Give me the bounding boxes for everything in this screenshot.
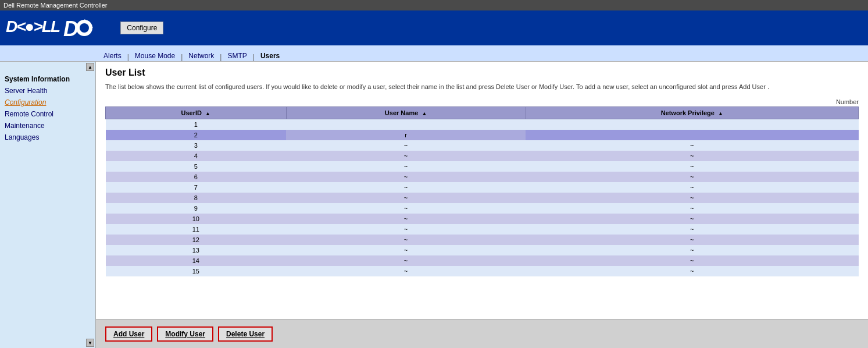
cell-username: ~	[286, 161, 526, 172]
cell-privilege	[526, 119, 858, 130]
modify-user-button[interactable]: Modify User	[157, 326, 213, 342]
table-row[interactable]: 12~~	[106, 235, 859, 245]
tab-mouse-mode[interactable]: Mouse Mode	[130, 51, 180, 61]
sidebar: ▲ System Information Server Health Confi…	[0, 62, 96, 348]
sidebar-scroll-down[interactable]: ▼	[86, 339, 94, 347]
sidebar-item-system-information-label: System Information	[5, 75, 70, 83]
svg-point-2	[80, 23, 89, 33]
table-row[interactable]: 3~~	[106, 140, 859, 151]
cell-privilege: ~	[526, 245, 858, 255]
cell-userid: 14	[106, 255, 287, 266]
table-row[interactable]: 6~~	[106, 172, 859, 182]
tab-alerts[interactable]: Alerts	[99, 51, 126, 61]
cell-userid: 3	[106, 140, 287, 151]
cell-privilege: ~	[526, 203, 858, 214]
cell-userid: 12	[106, 235, 287, 245]
table-row[interactable]: 8~~	[106, 193, 859, 203]
sidebar-item-maintenance[interactable]: Maintenance	[0, 120, 95, 132]
cell-username: ~	[286, 172, 526, 182]
table-row[interactable]: 11~~	[106, 224, 859, 235]
sidebar-item-system-information[interactable]: System Information	[0, 73, 95, 85]
cell-username	[286, 119, 526, 130]
sidebar-item-languages[interactable]: Languages	[0, 132, 95, 143]
sidebar-item-maintenance-label: Maintenance	[5, 122, 45, 130]
table-row[interactable]: 10~~	[106, 214, 859, 224]
cell-username: ~	[286, 255, 526, 266]
cell-username: ~	[286, 151, 526, 161]
cell-username: ~	[286, 203, 526, 214]
cell-userid: 4	[106, 151, 287, 161]
cell-username: ~	[286, 193, 526, 203]
main-content: User List The list below shows the curre…	[96, 62, 868, 319]
table-row[interactable]: 9~~	[106, 203, 859, 214]
button-area: Add User Modify User Delete User	[96, 319, 868, 348]
cell-userid: 1	[106, 119, 287, 130]
title-bar: Dell Remote Management Controller	[0, 0, 868, 10]
privilege-sort-icon: ▲	[718, 111, 723, 116]
cell-username: ~	[286, 224, 526, 235]
tab-separator-2: |	[180, 53, 184, 61]
table-row[interactable]: 15~~	[106, 266, 859, 276]
tab-network[interactable]: Network	[184, 51, 219, 61]
cell-userid: 8	[106, 193, 287, 203]
cell-userid: 11	[106, 224, 287, 235]
table-row[interactable]: 1	[106, 119, 859, 130]
sidebar-scroll-up[interactable]: ▲	[86, 63, 94, 71]
delete-user-button[interactable]: Delete User	[218, 326, 273, 342]
title-bar-text: Dell Remote Management Controller	[3, 2, 108, 9]
tab-users[interactable]: Users	[256, 51, 284, 61]
user-table: UserID ▲ User Name ▲ Network Privilege ▲	[105, 106, 859, 276]
cell-privilege: ~	[526, 255, 858, 266]
cell-privilege	[526, 130, 858, 140]
add-user-button[interactable]: Add User	[105, 326, 152, 342]
configure-button[interactable]: Configure	[120, 22, 163, 34]
dell-logo: D<●>LL D	[6, 16, 103, 40]
cell-username: ~	[286, 235, 526, 245]
cell-username: ~	[286, 245, 526, 255]
cell-username: ~	[286, 266, 526, 276]
table-row[interactable]: 14~~	[106, 255, 859, 266]
userid-sort-icon: ▲	[205, 111, 210, 116]
table-row[interactable]: 2r	[106, 130, 859, 140]
col-userid[interactable]: UserID ▲	[106, 107, 287, 119]
tab-separator-3: |	[219, 53, 223, 61]
cell-privilege: ~	[526, 172, 858, 182]
col-privilege[interactable]: Network Privilege ▲	[526, 107, 858, 119]
cell-privilege: ~	[526, 182, 858, 193]
sidebar-item-configuration[interactable]: Configuration	[0, 97, 95, 108]
cell-userid: 10	[106, 214, 287, 224]
cell-username: ~	[286, 214, 526, 224]
main-layout: ▲ System Information Server Health Confi…	[0, 62, 868, 348]
cell-privilege: ~	[526, 235, 858, 245]
sidebar-item-server-health[interactable]: Server Health	[0, 85, 95, 97]
logo-text: D<●>LL	[6, 17, 59, 35]
table-row[interactable]: 7~~	[106, 182, 859, 193]
svg-text:D: D	[63, 17, 78, 40]
sidebar-item-languages-label: Languages	[5, 133, 39, 141]
cell-userid: 15	[106, 266, 287, 276]
cell-privilege: ~	[526, 140, 858, 151]
cell-userid: 2	[106, 130, 287, 140]
page-title: User List	[105, 68, 859, 78]
col-username[interactable]: User Name ▲	[286, 107, 526, 119]
cell-userid: 13	[106, 245, 287, 255]
table-row[interactable]: 13~~	[106, 245, 859, 255]
sidebar-item-configuration-label: Configuration	[5, 98, 46, 106]
cell-userid: 7	[106, 182, 287, 193]
tab-separator-1: |	[126, 53, 130, 61]
cell-privilege: ~	[526, 214, 858, 224]
cell-username: ~	[286, 140, 526, 151]
description-text: The list below shows the current list of…	[105, 83, 859, 91]
cell-userid: 6	[106, 172, 287, 182]
table-row[interactable]: 4~~	[106, 151, 859, 161]
tab-smtp[interactable]: SMTP	[223, 51, 251, 61]
navigation-tabs: Alerts | Mouse Mode | Network | SMTP | U…	[0, 45, 868, 62]
cell-username: r	[286, 130, 526, 140]
cell-privilege: ~	[526, 151, 858, 161]
username-sort-icon: ▲	[422, 111, 427, 116]
table-row[interactable]: 5~~	[106, 161, 859, 172]
sidebar-item-remote-control[interactable]: Remote Control	[0, 108, 95, 120]
cell-userid: 5	[106, 161, 287, 172]
cell-privilege: ~	[526, 266, 858, 276]
number-label: Number	[105, 98, 859, 105]
